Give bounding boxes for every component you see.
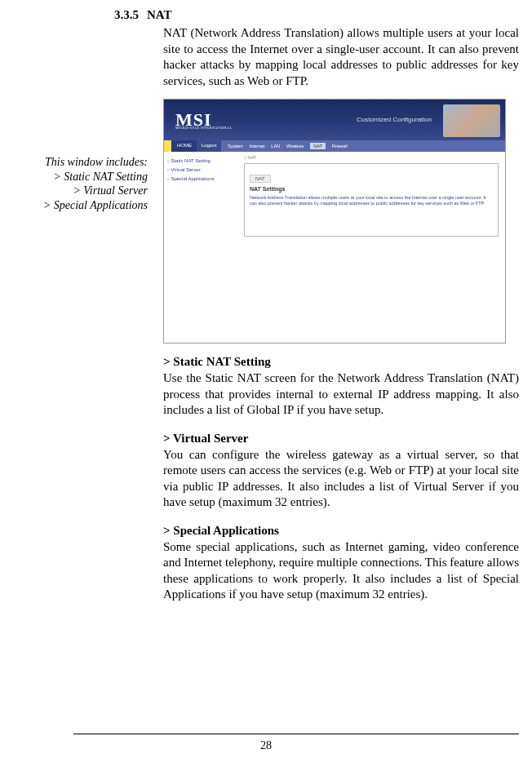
page-number: 28 — [0, 739, 532, 752]
nav-tab-nat[interactable]: NAT — [310, 143, 326, 149]
nav-tab-internet[interactable]: Internet — [250, 144, 265, 149]
side-item-special-apps[interactable]: Special Applications — [167, 175, 234, 184]
nav-tab-firewall[interactable]: Firewall — [332, 144, 348, 149]
section-number: 3.3.5 — [114, 8, 139, 22]
margin-note-item: > Virtual Server — [0, 184, 148, 198]
panel-tab: NAT — [250, 175, 271, 183]
nav-logout[interactable]: Logout — [197, 140, 221, 152]
nav-tab-system[interactable]: System — [228, 144, 242, 149]
subsection-text: Some special applications, such as Inter… — [163, 539, 519, 603]
panel-text: Network Address Translation allows multi… — [250, 195, 493, 206]
section-header: 3.3.5 NAT — [0, 8, 519, 22]
screenshot-navbar: HOME Logout System Internet LAN Wireless… — [164, 140, 505, 152]
margin-note-heading: This window includes: — [0, 155, 148, 170]
margin-note-item: > Special Applications — [0, 198, 148, 213]
subsection-heading: > Static NAT Setting — [163, 355, 519, 369]
margin-note: This window includes: > Static NAT Setti… — [0, 155, 151, 212]
side-item-virtual-server[interactable]: Virtual Server — [167, 166, 234, 175]
screenshot-breadcrumb: □ NAT — [244, 155, 499, 160]
subsection-text: You can configure the wireless gateway a… — [163, 447, 519, 511]
subsection-static-nat: > Static NAT Setting Use the Static NAT … — [163, 355, 519, 419]
subsection-virtual-server: > Virtual Server You can configure the w… — [163, 432, 519, 511]
msi-logo-subtitle: MICRO-STAR INTERNATIONAL — [175, 126, 232, 130]
footer-rule — [73, 734, 519, 734]
subsection-text: Use the Static NAT screen for the Networ… — [163, 370, 519, 419]
screenshot-header: MSI MICRO-STAR INTERNATIONAL Customized … — [164, 100, 505, 140]
screenshot-body: Static NAT Setting Virtual Server Specia… — [164, 152, 505, 343]
side-item-static-nat[interactable]: Static NAT Setting — [167, 157, 234, 166]
section-intro-text: NAT (Network Address Translation) allows… — [163, 25, 519, 89]
screenshot-main: □ NAT NAT NAT Settings Network Address T… — [237, 152, 505, 343]
nav-tabs: System Internet LAN Wireless NAT Firewal… — [221, 140, 505, 152]
nav-indicator — [164, 140, 172, 152]
subsection-heading: > Special Applications — [163, 524, 519, 538]
router-screenshot: MSI MICRO-STAR INTERNATIONAL Customized … — [163, 99, 506, 344]
panel-title: NAT Settings — [250, 186, 493, 192]
subsection-heading: > Virtual Server — [163, 432, 519, 446]
nav-tab-lan[interactable]: LAN — [271, 144, 280, 149]
header-label: Customized Configuration — [357, 116, 432, 123]
margin-note-item: > Static NAT Setting — [0, 170, 148, 184]
screenshot-panel: NAT NAT Settings Network Address Transla… — [244, 163, 499, 237]
nav-tab-wireless[interactable]: Wireless — [286, 144, 304, 149]
subsection-special-applications: > Special Applications Some special appl… — [163, 524, 519, 603]
header-photo — [443, 104, 500, 137]
screenshot-sidebar: Static NAT Setting Virtual Server Specia… — [164, 152, 237, 343]
nav-home[interactable]: HOME — [172, 140, 197, 152]
section-title: NAT — [147, 8, 172, 22]
